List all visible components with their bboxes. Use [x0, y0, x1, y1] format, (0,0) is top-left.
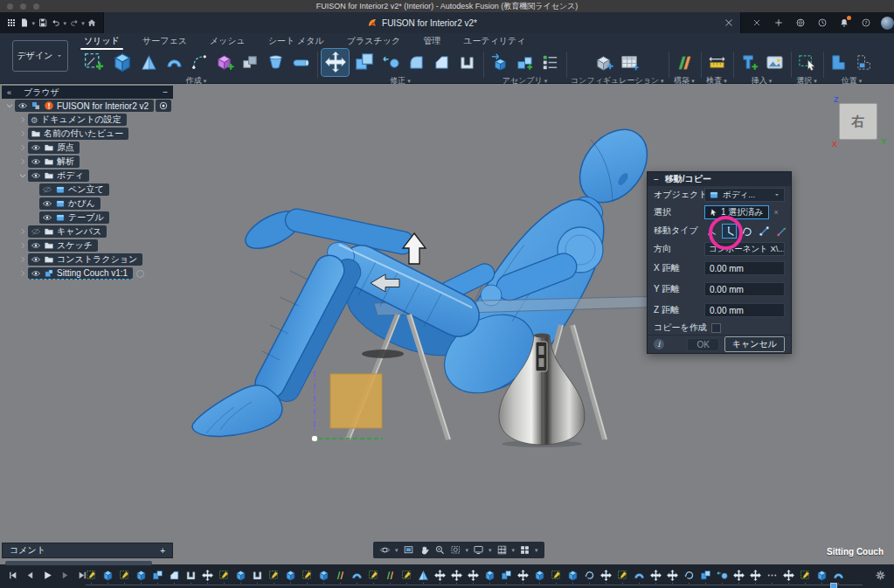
- browser-item-row[interactable]: かびん: [2, 197, 185, 211]
- browser-item-chip-ボディ[interactable]: ボディ: [28, 169, 89, 182]
- timeline-feature-44[interactable]: [797, 567, 814, 584]
- close-window-button[interactable]: [7, 3, 13, 10]
- quick-appgrid-button[interactable]: [5, 16, 17, 31]
- browser-item-row[interactable]: 名前の付いたビュー: [2, 127, 185, 141]
- chev-icon[interactable]: [18, 255, 27, 264]
- minimize-window-button[interactable]: [20, 3, 26, 10]
- timeline-feature-22[interactable]: [432, 567, 448, 584]
- eye-visible-icon[interactable]: [31, 156, 41, 167]
- activate-component-chip[interactable]: [156, 100, 171, 112]
- eye-visible-icon[interactable]: [31, 240, 41, 251]
- move-type-lineseg-button[interactable]: [757, 224, 772, 239]
- collapse-dialog-icon[interactable]: −: [654, 175, 659, 184]
- nav-caret-icon[interactable]: ▾: [512, 547, 516, 553]
- timeline-feature-42[interactable]: [764, 567, 780, 584]
- nav-caret-icon[interactable]: ▾: [395, 547, 398, 553]
- x-distance-input[interactable]: 0.00 mm: [704, 261, 785, 275]
- playback-stepback-button[interactable]: [24, 570, 36, 581]
- add-comment-button[interactable]: +: [160, 546, 165, 556]
- eye-visible-icon[interactable]: [42, 212, 52, 223]
- tool-pipe-button[interactable]: [289, 51, 313, 74]
- chev-icon[interactable]: [18, 129, 27, 138]
- eye-hidden-icon[interactable]: [31, 226, 41, 237]
- comment-bar[interactable]: コメント +: [2, 543, 173, 558]
- strip-globe-button[interactable]: [794, 16, 807, 30]
- browser-item-chip-コンストラクション[interactable]: コンストラクション: [28, 253, 142, 266]
- clear-selection-icon[interactable]: ×: [774, 208, 779, 217]
- timeline-feature-38[interactable]: [697, 567, 714, 584]
- browser-item-chip-テーブル[interactable]: テーブル: [39, 211, 109, 224]
- ribbon-tab-4[interactable]: シート メタル: [268, 35, 324, 47]
- tool-fillet-button[interactable]: [405, 51, 428, 74]
- timeline-feature-3[interactable]: [116, 567, 133, 584]
- tool-joint-button[interactable]: [513, 51, 537, 74]
- view-cube-face[interactable]: 右: [839, 103, 877, 140]
- timeline-feature-10[interactable]: [232, 567, 249, 584]
- browser-item-row[interactable]: 解析: [2, 155, 185, 169]
- quick-undo-button[interactable]: [50, 16, 61, 31]
- tool-move-button[interactable]: [322, 49, 349, 76]
- dialog-header[interactable]: − 移動/コピー: [648, 172, 791, 186]
- quick-home-button[interactable]: [87, 16, 98, 31]
- selection-chip[interactable]: 1 選択済み: [704, 205, 769, 219]
- tool-shell-button[interactable]: [455, 51, 479, 74]
- browser-item-row[interactable]: テーブル: [2, 211, 185, 225]
- timeline-feature-7[interactable]: [183, 567, 199, 584]
- ribbon-tab-7[interactable]: ユーティリティ: [463, 35, 525, 47]
- timeline-feature-43[interactable]: [780, 567, 797, 584]
- chev-icon[interactable]: [18, 269, 27, 278]
- quick-file-button[interactable]: [18, 16, 30, 31]
- browser-root-row[interactable]: FUISON for Interior2 v2: [2, 99, 185, 113]
- timeline-feature-46[interactable]: [830, 567, 847, 584]
- ribbon-tab-6[interactable]: 管理: [423, 35, 440, 47]
- browser-item-chip-ペン立て[interactable]: ペン立て: [39, 183, 109, 196]
- tool-blocks-button[interactable]: [239, 51, 262, 74]
- tool-dome-button[interactable]: [163, 51, 186, 74]
- browser-item-chip-解析[interactable]: 解析: [28, 156, 80, 168]
- ribbon-tab-1[interactable]: ソリッド: [84, 35, 120, 47]
- timeline-feature-31[interactable]: [581, 567, 598, 584]
- browser-item-chip-名前の付いたビュー[interactable]: 名前の付いたビュー: [28, 128, 128, 140]
- nav-caret-icon[interactable]: ▾: [489, 547, 492, 553]
- eye-visible-icon[interactable]: [31, 142, 41, 153]
- quick-redo-button[interactable]: [68, 16, 80, 31]
- eye-hidden-icon[interactable]: [42, 184, 52, 195]
- tool-press-button[interactable]: [350, 49, 378, 76]
- browser-item-row[interactable]: ペン立て: [2, 183, 185, 197]
- timeline-feature-28[interactable]: [531, 567, 548, 584]
- tool-posB-button[interactable]: [853, 51, 877, 74]
- direction-dropdown[interactable]: コンポーネント X\...: [704, 242, 785, 256]
- timeline-marker[interactable]: [830, 583, 837, 588]
- timeline-feature-6[interactable]: [166, 567, 183, 584]
- strip-clock-button[interactable]: [815, 16, 829, 30]
- strip-bell-button[interactable]: [837, 16, 851, 30]
- info-icon[interactable]: i: [654, 339, 664, 349]
- timeline-feature-1[interactable]: [83, 567, 100, 584]
- chev-icon[interactable]: [18, 157, 27, 166]
- nav-caret-icon[interactable]: ▾: [535, 547, 538, 553]
- workspace-switcher-button[interactable]: デザイン: [12, 40, 68, 72]
- browser-item-row[interactable]: ボディ: [2, 169, 185, 183]
- timeline-feature-21[interactable]: [415, 567, 432, 584]
- timeline-feature-5[interactable]: [149, 567, 166, 584]
- tool-cube-button[interactable]: [108, 49, 135, 76]
- timeline-feature-15[interactable]: [315, 567, 332, 584]
- close-tab-icon[interactable]: [723, 17, 735, 29]
- cancel-button[interactable]: キャンセル: [724, 336, 785, 352]
- browser-item-chip-原点[interactable]: 原点: [28, 142, 80, 154]
- nav-frame-button[interactable]: [450, 544, 461, 556]
- ribbon-tab-3[interactable]: メッシュ: [210, 35, 246, 47]
- timeline-feature-25[interactable]: [482, 567, 498, 584]
- y-distance-input[interactable]: 0.00 mm: [704, 282, 785, 296]
- timeline-feature-17[interactable]: [349, 567, 365, 584]
- playback-stepfwd-button[interactable]: [59, 570, 71, 581]
- tool-newcomp-button[interactable]: [488, 51, 511, 74]
- tool-form-button[interactable]: [213, 51, 237, 74]
- timeline-feature-8[interactable]: [199, 567, 216, 584]
- timeline-feature-33[interactable]: [614, 567, 631, 584]
- tool-bom-button[interactable]: [538, 51, 562, 74]
- timeline-feature-35[interactable]: [648, 567, 664, 584]
- orange-box-body[interactable]: [330, 374, 382, 428]
- nav-grid-button[interactable]: [496, 544, 508, 556]
- timeline-feature-30[interactable]: [565, 567, 581, 584]
